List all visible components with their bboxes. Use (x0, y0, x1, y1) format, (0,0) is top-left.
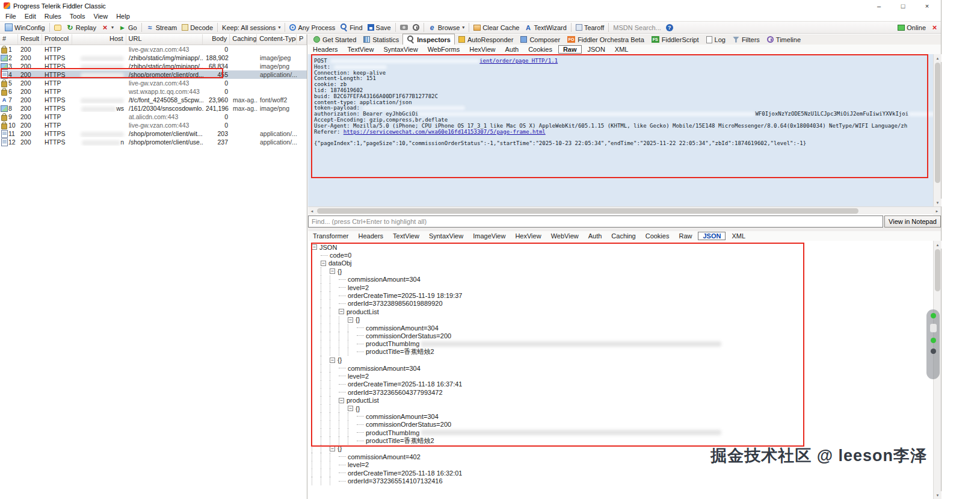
request-tab-raw[interactable]: Raw (558, 45, 582, 54)
collapse-toggle-icon[interactable]: − (348, 317, 353, 323)
clear-cache-button[interactable]: Clear Cache (471, 23, 522, 32)
remove-button[interactable]: ▾ (99, 23, 116, 32)
response-tab-hexview[interactable]: HexView (510, 232, 546, 240)
column-header-url[interactable]: URL (126, 34, 203, 45)
response-tab-raw[interactable]: Raw (674, 232, 697, 240)
json-tree-node[interactable]: −{} (308, 356, 933, 364)
raw-link[interactable]: https://servicewechat.com/wxa60e16fd1415… (344, 129, 546, 135)
request-tab-xml[interactable]: XML (610, 45, 633, 54)
column-header-host[interactable]: Host (72, 34, 126, 45)
replay-button[interactable]: Replay (64, 23, 99, 32)
tab-fiddler-orchestra-beta[interactable]: Fiddler Orchestra Beta (564, 34, 648, 45)
column-header-caching[interactable]: Caching (230, 34, 257, 45)
floating-widget[interactable] (926, 309, 940, 379)
json-tree-node[interactable]: commissionAmount=304 (308, 276, 933, 284)
column-header-body[interactable]: Body (203, 34, 230, 45)
response-tab-textview[interactable]: TextView (388, 232, 424, 240)
json-tree-node[interactable]: −dataObj (308, 259, 933, 267)
json-tree-node[interactable]: orderCreateTime=2025-11-18 16:37:41 (308, 380, 933, 388)
collapse-toggle-icon[interactable]: − (339, 309, 344, 314)
response-tab-auth[interactable]: Auth (584, 232, 607, 240)
session-row[interactable]: 9200HTTPat.alicdn.com:4430 (0, 113, 307, 121)
find-button[interactable]: Find (337, 23, 365, 32)
tab-get-started[interactable]: Get Started (310, 34, 360, 45)
collapse-toggle-icon[interactable]: − (330, 268, 335, 274)
request-tab-json[interactable]: JSON (583, 45, 610, 54)
session-row[interactable]: 12200HTTPSn/shop/promoter/client/use...2… (0, 138, 307, 146)
json-tree-node[interactable]: orderCreateTime=2025-11-19 18:19:37 (308, 291, 933, 299)
tab-log[interactable]: Log (703, 34, 729, 45)
request-tab-textview[interactable]: TextView (343, 45, 379, 54)
session-row[interactable]: 1200HTTPlive-gw.vzan.com:4430 (0, 45, 307, 54)
decode-button[interactable]: Decode (179, 23, 215, 32)
scroll-down-icon[interactable]: ▼ (934, 199, 941, 206)
json-tree-node[interactable]: −{} (308, 267, 933, 275)
tab-composer[interactable]: Composer (517, 34, 564, 45)
keep-sessions-dropdown[interactable]: Keep: All sessions▾ (220, 23, 283, 32)
menu-item-file[interactable]: File (1, 12, 20, 20)
column-header-p[interactable]: P (297, 34, 307, 45)
response-tab-xml[interactable]: XML (727, 232, 750, 240)
json-tree-node[interactable]: −{} (308, 316, 933, 324)
response-tab-cookies[interactable]: Cookies (641, 232, 674, 240)
help-button[interactable] (664, 23, 676, 32)
scroll-right-icon[interactable]: ► (933, 207, 941, 215)
json-tree-node[interactable]: −JSON (308, 243, 933, 251)
tab-fiddlerscript[interactable]: FiddlerScript (648, 34, 703, 45)
tab-filters[interactable]: Filters (729, 34, 763, 45)
tab-inspectors[interactable]: Inspectors (402, 34, 455, 45)
session-row[interactable]: 11200HTTPS/shop/promoter/client/wit...20… (0, 129, 307, 138)
screenshot-button[interactable] (398, 24, 410, 31)
json-tree-node[interactable]: level=2 (308, 284, 933, 291)
request-tab-hexview[interactable]: HexView (464, 45, 500, 54)
column-header-#[interactable]: # (0, 34, 18, 45)
browse-button[interactable]: Browse▾ (426, 23, 467, 32)
view-in-notepad-button[interactable]: View in Notepad (884, 215, 941, 228)
comment-button[interactable] (52, 24, 64, 31)
json-tree-node[interactable]: orderId=3732365514107132416 (308, 477, 933, 485)
menu-item-help[interactable]: Help (112, 12, 134, 20)
column-header-contenttype[interactable]: Content-Type (257, 34, 297, 45)
json-tree-node[interactable]: orderCreateTime=2025-11-18 16:32:01 (308, 469, 933, 477)
session-row[interactable]: 7200HTTPS/t/c/font_4245058_s5cpw...23,96… (0, 96, 307, 104)
scroll-down-icon[interactable]: ▼ (934, 491, 941, 499)
tab-autoresponder[interactable]: AutoResponder (455, 34, 517, 45)
scroll-up-icon[interactable]: ▲ (934, 54, 941, 62)
menu-item-rules[interactable]: Rules (40, 12, 66, 20)
json-tree-node[interactable]: orderId=3732389856019889920 (308, 300, 933, 308)
textwizard-button[interactable]: TextWizard (522, 23, 569, 32)
json-tree-node[interactable]: commissionAmount=304 (308, 364, 933, 372)
collapse-toggle-icon[interactable]: − (312, 244, 317, 250)
timer-button[interactable] (410, 23, 422, 31)
collapse-toggle-icon[interactable]: − (348, 406, 353, 411)
json-tree-node[interactable]: −productList (308, 396, 933, 404)
raw-request-scrollbar[interactable]: ▲ ▼ (933, 54, 941, 206)
raw-link[interactable]: ient/order/page HTTP/1.1 (479, 58, 558, 64)
json-tree-node[interactable]: level=2 (308, 372, 933, 380)
session-row[interactable]: 10200HTTPlive-gw.vzan.com:4430 (0, 121, 307, 129)
session-row[interactable]: 5200HTTPlive-gw.vzan.com:4430 (0, 79, 307, 87)
response-tab-json[interactable]: JSON (698, 232, 726, 240)
json-tree-node[interactable]: commissionAmount=304 (308, 324, 933, 332)
msdn-search-button[interactable]: MSDN Search... (611, 23, 663, 32)
go-button[interactable]: Go (116, 23, 140, 32)
toolbar-close-icon[interactable] (931, 23, 938, 31)
json-tree-node[interactable]: commissionOrderStatus=200 (308, 332, 933, 339)
json-tree-node[interactable]: −{} (308, 404, 933, 412)
session-row[interactable]: 2200HTTPS/zhibo/static/img/miniapp/...18… (0, 54, 307, 62)
json-tree-node[interactable]: commissionOrderStatus=200 (308, 421, 933, 429)
save-button[interactable]: Save (365, 23, 393, 32)
raw-request-hscrollbar[interactable]: ◄ ► (308, 206, 941, 214)
session-row[interactable]: 3200HTTPS/zhibo/static/img/miniapp/...68… (0, 62, 307, 70)
response-tab-syntaxview[interactable]: SyntaxView (424, 232, 468, 240)
json-tree-node[interactable]: productThumbImg (308, 429, 933, 436)
response-tab-caching[interactable]: Caching (606, 232, 640, 240)
session-row[interactable]: 4200HTTPS/shop/promoter/client/ord...455… (0, 70, 307, 79)
request-tab-cookies[interactable]: Cookies (523, 45, 557, 54)
collapse-toggle-icon[interactable]: − (321, 261, 326, 266)
request-tab-headers[interactable]: Headers (308, 45, 343, 54)
tearoff-button[interactable]: Tearoff (573, 23, 606, 32)
winconfig-button[interactable]: WinConfig (2, 23, 48, 32)
json-tree-node[interactable]: code=0 (308, 251, 933, 259)
scrollbar-thumb[interactable] (935, 63, 940, 183)
